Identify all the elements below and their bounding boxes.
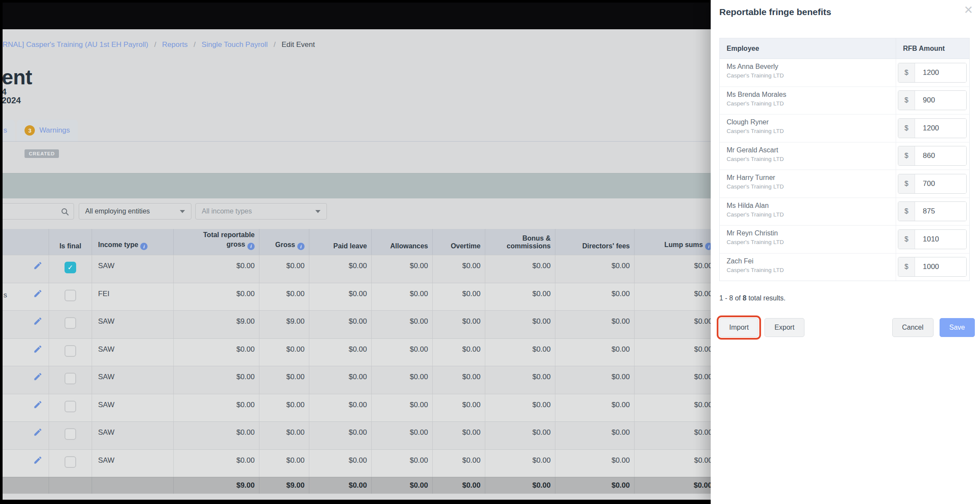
rfb-amount-input[interactable] [915,230,966,249]
is-final-cell [49,450,92,477]
event-status-badge: CREATED [25,149,59,158]
import-button[interactable]: Import [719,318,758,337]
breadcrumb-edit-event: Edit Event [282,40,315,49]
rfb-employee-row: Ms Anna BeverlyCasper's Training LTD$ [720,59,969,87]
column-header-label: Total reportable grossi [198,230,255,250]
rfb-amount-input[interactable] [915,63,966,82]
is-final-checkbox[interactable] [65,428,76,440]
rfb-amount-input-group: $ [898,146,967,166]
is-final-checkbox[interactable] [65,456,76,468]
breadcrumb-business[interactable]: RNAL] Casper's Training (AU 1st EH Payro… [3,40,148,49]
is-final-checkbox[interactable] [65,345,76,357]
currency-symbol: $ [898,119,915,138]
edit-pencil-icon[interactable] [33,289,43,311]
amount-cell: $0.00 [433,255,485,283]
close-icon[interactable]: ✕ [964,4,973,15]
search-input[interactable] [3,203,74,220]
amount-cell: $0.00 [309,394,372,422]
column-header-label: Overtime [451,242,481,250]
tab-partial[interactable]: s [3,120,15,141]
currency-symbol: $ [898,91,915,110]
info-icon[interactable]: i [247,243,255,250]
amount-cell: $0.00 [555,394,635,422]
amount-cell: $0.00 [485,283,555,311]
rfb-amount-input[interactable] [915,119,966,138]
amount-cell: $0.00 [635,311,717,338]
rfb-amount-cell: $ [896,226,969,253]
is-final-checkbox[interactable] [65,373,76,384]
amount-cell: $0.00 [309,311,372,338]
save-button[interactable]: Save [940,318,975,337]
employee-name-fragment: s [3,291,7,300]
rfb-amount-input-group: $ [898,229,967,249]
edit-pencil-icon[interactable] [33,400,43,422]
cancel-button[interactable]: Cancel [892,318,934,337]
table-row: SAW$0.00$0.00$0.00$0.00$0.00$0.00$0.00$0… [3,366,717,394]
amount-cell: $0.00 [372,255,433,283]
totals-amount-cell: $0.00 [485,477,555,494]
breadcrumb-single-touch-payroll[interactable]: Single Touch Payroll [202,40,268,49]
rfb-employee-row: Mr Reyn ChristinCasper's Training LTD$ [720,226,969,254]
tab-warnings[interactable]: 3 Warnings [17,120,78,141]
rfb-amount-input[interactable] [915,202,966,221]
rfb-employee-row: Clough RynerCasper's Training LTD$ [720,114,969,142]
results-count: 8 [743,294,746,302]
info-icon[interactable]: i [140,243,148,250]
rfb-amount-cell: $ [896,198,969,226]
amount-cell: $0.00 [259,450,309,477]
amount-cell: $0.00 [372,283,433,311]
is-final-cell [49,311,92,338]
edit-pencil-icon[interactable] [33,316,43,338]
edit-cell [3,255,49,283]
rfb-amount-cell: $ [896,59,969,87]
rfb-amount-input[interactable] [915,146,966,165]
income-type-cell: SAW [92,339,174,366]
amount-cell: $0.00 [259,422,309,449]
export-button[interactable]: Export [764,318,804,337]
edit-pencil-icon[interactable] [33,344,43,366]
totals-amount-cell: $0.00 [309,477,372,494]
pay-run-table: Is finalIncome typeiTotal reportable gro… [3,229,717,494]
rfb-amount-input-group: $ [898,118,967,138]
amount-cell: $0.00 [555,283,635,311]
edit-pencil-icon[interactable] [33,455,43,477]
rfb-amount-input[interactable] [915,174,966,193]
employee-cell: Ms Hilda AlanCasper's Training LTD [720,198,896,226]
edit-pencil-icon[interactable] [33,372,43,394]
rfb-amount-input[interactable] [915,91,966,110]
amount-cell: $0.00 [309,450,372,477]
is-final-checkbox[interactable]: ✓ [65,262,76,273]
amount-cell: $0.00 [635,422,717,449]
income-types-select[interactable]: All income types [195,203,327,220]
employing-entities-select[interactable]: All employing entities [79,203,191,220]
edit-cell [3,311,49,338]
employee-company: Casper's Training LTD [727,72,896,79]
edit-pencil-icon[interactable] [33,427,43,449]
column-header-label: Paid leave [333,242,367,250]
info-icon[interactable]: i [297,243,305,250]
is-final-checkbox[interactable] [65,290,76,301]
rfb-amount-input-group: $ [898,174,967,194]
edit-cell [3,339,49,366]
results-prefix: 1 - 8 of [719,294,741,302]
breadcrumb-separator: / [154,40,156,49]
column-header-is-final: Is final [49,229,92,255]
amount-cell: $0.00 [372,394,433,422]
edit-cell [3,394,49,422]
amount-cell: $0.00 [433,339,485,366]
chevron-down-icon [180,210,185,213]
amount-cell: $0.00 [485,311,555,338]
breadcrumb-reports[interactable]: Reports [162,40,188,49]
rfb-amount-cell: $ [896,254,969,281]
currency-symbol: $ [898,174,915,193]
edit-cell: s [3,283,49,311]
is-final-checkbox[interactable] [65,317,76,329]
edit-pencil-icon[interactable] [33,261,43,283]
employee-name: Ms Brenda Morales [727,91,896,99]
is-final-checkbox[interactable] [65,401,76,412]
column-header-label: Lump sumsi [664,241,712,250]
totals-empty-cell [49,477,92,494]
rfb-amount-input[interactable] [915,257,966,276]
column-header-lump-sums: Lump sumsi [635,229,717,255]
amount-cell: $0.00 [433,450,485,477]
